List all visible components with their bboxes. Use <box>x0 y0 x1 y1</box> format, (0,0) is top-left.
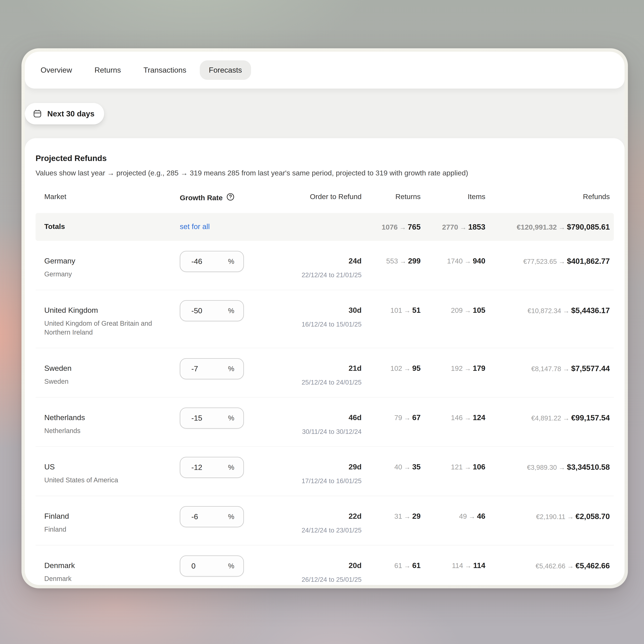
returns-pair: 31→29 <box>362 506 421 521</box>
percent-suffix: % <box>228 562 234 570</box>
table-row-germany: Germany Germany -46 % 24d 22/12/24 to 21… <box>36 241 614 290</box>
order-to-refund-days: 20d <box>244 561 362 570</box>
table-row-us: US United States of America -12 % 29d 17… <box>36 447 614 496</box>
tab-returns[interactable]: Returns <box>86 60 130 80</box>
column-header-items: Items <box>421 193 485 201</box>
order-to-refund-days: 21d <box>244 364 362 373</box>
returns-pair: 102→95 <box>362 358 421 373</box>
set-for-all-link[interactable]: set for all <box>180 222 210 231</box>
order-to-refund-days: 22d <box>244 512 362 521</box>
table-header-row: Market Growth Rate Order to Refund Retu <box>36 193 614 213</box>
market-subtitle: Finland <box>44 525 155 534</box>
market-name: United Kingdom <box>44 306 172 315</box>
order-to-refund-days: 46d <box>244 413 362 422</box>
market-subtitle: Sweden <box>44 377 155 386</box>
items-pair: 114→114 <box>421 555 485 570</box>
order-to-refund-range: 26/12/24 to 25/01/25 <box>244 576 362 583</box>
percent-suffix: % <box>228 307 234 315</box>
period-selector-button[interactable]: Next 30 days <box>25 103 104 124</box>
column-header-market: Market <box>36 193 172 201</box>
market-subtitle: United Kingdom of Great Britain and Nort… <box>44 319 155 337</box>
items-pair: 121→106 <box>421 457 485 471</box>
totals-row: Totals set for all 1076→765 2770→1853 €1… <box>36 213 614 241</box>
order-to-refund-range: 25/12/24 to 24/01/25 <box>244 379 362 386</box>
market-subtitle: Netherlands <box>44 426 155 435</box>
tab-forecasts[interactable]: Forecasts <box>200 60 251 80</box>
market-name: Finland <box>44 512 172 521</box>
growth-rate-input[interactable]: -50 % <box>180 300 244 321</box>
refunds-pair: €8,147.78→$7,5577.44 <box>485 358 614 373</box>
table-row-netherlands: Netherlands Netherlands -15 % 46d 30/11/… <box>36 397 614 447</box>
order-to-refund-range: 16/12/24 to 15/01/25 <box>244 321 362 328</box>
percent-suffix: % <box>228 414 234 422</box>
period-selector-label: Next 30 days <box>47 109 94 118</box>
items-pair: 192→179 <box>421 358 485 373</box>
items-pair: 146→124 <box>421 408 485 422</box>
percent-suffix: % <box>228 257 234 265</box>
market-subtitle: United States of America <box>44 476 155 485</box>
refunds-pair: €4,891.22→€99,157.54 <box>485 408 614 422</box>
table-row-finland: Finland Finland -6 % 22d 24/12/24 to 23/… <box>36 496 614 545</box>
projected-refunds-card: Projected Refunds Values show last year … <box>25 138 625 585</box>
market-name: Denmark <box>44 561 172 570</box>
percent-suffix: % <box>228 365 234 373</box>
table-row-united-kingdom: United Kingdom United Kingdom of Great B… <box>36 290 614 348</box>
growth-rate-input[interactable]: -12 % <box>180 457 244 478</box>
refunds-pair: €10,872.34→$5,4436.17 <box>485 300 614 315</box>
growth-rate-input[interactable]: -15 % <box>180 408 244 429</box>
tab-bar: Overview Returns Transactions Forecasts <box>25 52 625 89</box>
returns-pair: 79→67 <box>362 408 421 422</box>
items-pair: 1740→940 <box>421 251 485 265</box>
totals-refunds: €120,991.32→$790,085.61 <box>485 222 614 231</box>
refunds-pair: €5,462.66→€5,462.66 <box>485 555 614 570</box>
tab-overview[interactable]: Overview <box>32 60 81 80</box>
order-to-refund-days: 24d <box>244 257 362 265</box>
help-icon[interactable] <box>226 193 235 203</box>
market-subtitle: Germany <box>44 270 155 279</box>
column-header-returns: Returns <box>362 193 421 201</box>
returns-pair: 40→35 <box>362 457 421 471</box>
order-to-refund-range: 17/12/24 to 16/01/25 <box>244 477 362 485</box>
percent-suffix: % <box>228 513 234 521</box>
order-to-refund-range: 30/11/24 to 30/12/24 <box>244 428 362 435</box>
order-to-refund-days: 30d <box>244 306 362 315</box>
totals-items: 2770→1853 <box>421 222 485 231</box>
refunds-pair: €3,989.30→$3,34510.58 <box>485 457 614 472</box>
returns-pair: 553→299 <box>362 251 421 265</box>
market-subtitle: Denmark <box>44 574 155 583</box>
order-to-refund-range: 22/12/24 to 21/01/25 <box>244 271 362 279</box>
page-subtitle: Values show last year → projected (e.g.,… <box>36 169 614 177</box>
table-row-sweden: Sweden Sweden -7 % 21d 25/12/24 to 24/01… <box>36 348 614 397</box>
growth-rate-input[interactable]: -6 % <box>180 506 244 527</box>
tab-transactions[interactable]: Transactions <box>134 60 195 80</box>
forecast-table: Market Growth Rate Order to Refund Retu <box>36 193 614 585</box>
table-row-denmark: Denmark Denmark 0 % 20d 26/12/24 to 25/0… <box>36 545 614 585</box>
calendar-icon <box>33 109 42 119</box>
growth-rate-input[interactable]: 0 % <box>180 555 244 577</box>
totals-returns: 1076→765 <box>362 222 421 231</box>
totals-label: Totals <box>36 222 172 231</box>
returns-pair: 61→61 <box>362 555 421 570</box>
column-header-order-to-refund: Order to Refund <box>244 193 362 201</box>
app-window: Overview Returns Transactions Forecasts … <box>21 48 628 588</box>
app-window-inner: Overview Returns Transactions Forecasts … <box>25 52 625 585</box>
items-pair: 49→46 <box>421 506 485 521</box>
growth-rate-input[interactable]: -7 % <box>180 358 244 379</box>
returns-pair: 101→51 <box>362 300 421 315</box>
market-name: Germany <box>44 257 172 265</box>
items-pair: 209→105 <box>421 300 485 315</box>
filter-row: Next 30 days <box>25 103 625 124</box>
market-name: US <box>44 463 172 471</box>
order-to-refund-days: 29d <box>244 463 362 471</box>
market-name: Sweden <box>44 364 172 373</box>
growth-rate-input[interactable]: -46 % <box>180 251 244 272</box>
percent-suffix: % <box>228 463 234 471</box>
column-header-refunds: Refunds <box>485 193 614 201</box>
refunds-pair: €77,523.65→$401,862.77 <box>485 251 614 266</box>
page-title: Projected Refunds <box>36 154 614 163</box>
column-header-growth-rate: Growth Rate <box>172 193 244 203</box>
order-to-refund-range: 24/12/24 to 23/01/25 <box>244 527 362 534</box>
market-name: Netherlands <box>44 413 172 422</box>
refunds-pair: €2,190.11→€2,058.70 <box>485 506 614 521</box>
